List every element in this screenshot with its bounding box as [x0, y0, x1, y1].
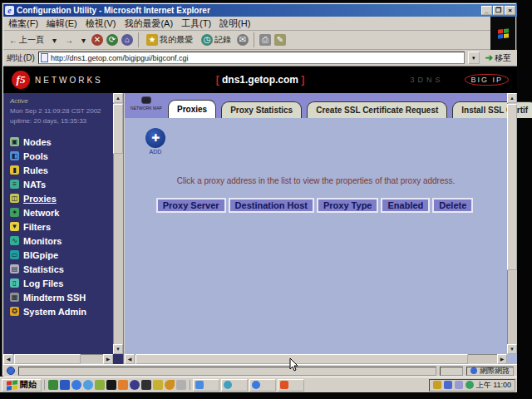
address-input[interactable]: http://dns1.getop.com/bigipgui/bigconf.c…	[38, 52, 465, 64]
system-admin-icon: ✪	[10, 307, 19, 316]
sidebar-item-pools[interactable]: ◧Pools	[10, 149, 113, 163]
sidebar-item-statistics[interactable]: ▤Statistics	[10, 262, 113, 276]
tray-icon[interactable]	[433, 381, 441, 389]
f5-logo-icon: f5	[12, 71, 30, 89]
scroll-right-icon[interactable]: ▶	[103, 354, 113, 364]
link-bigip[interactable]: BIG IP	[465, 74, 509, 86]
history-button[interactable]: ◷ 記錄	[199, 33, 234, 47]
home-icon[interactable]: ⌂	[121, 34, 133, 46]
frames: Active Mon Sep 2 11:09:28 CST 2002 uptim…	[3, 93, 517, 364]
quick-launch-icon[interactable]	[95, 380, 105, 390]
stop-icon[interactable]: ✕	[91, 34, 103, 46]
scroll-right-icon[interactable]: ▶	[497, 354, 507, 364]
tab-proxies[interactable]: Proxies	[168, 100, 216, 118]
menu-edit[interactable]: 編輯(E)	[47, 17, 77, 30]
tab-proxy-statistics[interactable]: Proxy Statistics	[221, 101, 302, 118]
sidebar-item-system-admin[interactable]: ✪System Admin	[10, 304, 113, 318]
refresh-icon[interactable]: ⟳	[106, 34, 118, 46]
browser-window: e Configuration Utility - Microsoft Inte…	[2, 2, 517, 377]
menu-help[interactable]: 說明(H)	[219, 17, 250, 30]
sidebar-item-nodes[interactable]: ▣Nodes	[10, 135, 113, 149]
scroll-left-icon[interactable]: ◀	[3, 354, 13, 364]
scroll-thumb[interactable]	[507, 104, 517, 270]
sidebar-item-monitors[interactable]: ∿Monitors	[10, 234, 113, 248]
back-dropdown[interactable]: ▾	[50, 35, 59, 46]
sidebar-item-bigpipe[interactable]: ▭BIGpipe	[10, 248, 113, 262]
forward-button[interactable]: →	[62, 35, 76, 46]
favorites-icon: ★	[146, 34, 158, 46]
title-bar[interactable]: e Configuration Utility - Microsoft Inte…	[3, 4, 517, 17]
scroll-up-icon[interactable]: ▲	[113, 93, 123, 103]
taskbar-window-button[interactable]	[193, 379, 219, 392]
tray-icon[interactable]	[455, 381, 463, 389]
sidebar-item-network[interactable]: ✦Network	[10, 205, 113, 219]
status-message-area	[18, 367, 436, 376]
tray-icon[interactable]	[444, 381, 452, 389]
column-delete[interactable]: Delete	[432, 198, 473, 213]
f5-brand: NETWORKS	[35, 76, 103, 85]
quick-launch-icon[interactable]	[176, 380, 186, 390]
quick-launch-icon[interactable]	[118, 380, 128, 390]
tab-create-ssl-certificate-request[interactable]: Create SSL Certificate Request	[307, 101, 447, 118]
main-horizontal-scrollbar[interactable]: ◀ ▶	[125, 354, 507, 364]
tray-icon[interactable]	[466, 381, 474, 389]
quick-launch-icon[interactable]	[130, 380, 140, 390]
column-enabled[interactable]: Enabled	[381, 198, 430, 213]
add-button[interactable]: ✚ ADD	[143, 128, 168, 155]
link-3dns[interactable]: 3DNS	[410, 76, 443, 84]
quick-launch-icon[interactable]	[83, 380, 93, 390]
status-segment	[440, 367, 463, 376]
quick-launch-icon[interactable]	[153, 380, 163, 390]
column-proxy-server[interactable]: Proxy Server	[156, 198, 226, 213]
quick-launch-icon[interactable]	[71, 380, 81, 390]
scroll-thumb[interactable]	[135, 354, 468, 364]
taskbar-window-button[interactable]	[249, 379, 276, 392]
menu-view[interactable]: 檢視(V)	[86, 17, 116, 30]
sidebar-horizontal-scrollbar[interactable]: ◀ ▶	[3, 354, 113, 364]
restore-button[interactable]: ❐	[493, 6, 504, 15]
go-button[interactable]: ➔ 移至	[483, 52, 514, 64]
sidebar-item-proxies[interactable]: ◫Proxies	[10, 191, 113, 205]
favorites-button[interactable]: ★ 我的最愛	[144, 33, 195, 47]
menu-tools[interactable]: 工具(T)	[181, 17, 211, 30]
close-button[interactable]: ×	[505, 6, 515, 15]
page-icon	[41, 53, 48, 62]
quick-launch-icon[interactable]	[141, 380, 151, 390]
forward-dropdown[interactable]: ▾	[79, 35, 88, 46]
taskbar-window-button[interactable]	[221, 379, 248, 392]
sidebar-item-rules[interactable]: ▮Rules	[10, 163, 113, 177]
sidebar-item-mindterm-ssh[interactable]: ▦Mindterm SSH	[10, 290, 113, 304]
column-destination-host[interactable]: Destination Host	[229, 198, 314, 213]
menu-favorites[interactable]: 我的最愛(A)	[124, 17, 173, 30]
quick-launch-icon[interactable]	[106, 380, 116, 390]
mail-icon[interactable]: ✉	[237, 34, 249, 46]
start-button[interactable]: 開始	[2, 379, 42, 392]
scroll-down-icon[interactable]: ▼	[507, 344, 517, 354]
tab-install-ssl-certificate[interactable]: Install SSL Certif	[452, 101, 532, 118]
clock: 上午 11:00	[476, 380, 511, 391]
scroll-thumb[interactable]	[113, 104, 123, 154]
sidebar-vertical-scrollbar[interactable]: ▲ ▼	[113, 93, 123, 354]
sidebar-item-label: NATs	[23, 180, 46, 190]
quick-launch-icon[interactable]	[60, 380, 70, 390]
quick-launch-icon[interactable]	[165, 380, 175, 390]
sidebar: Active Mon Sep 2 11:09:28 CST 2002 uptim…	[3, 93, 123, 364]
scroll-up-icon[interactable]: ▲	[507, 93, 517, 103]
minimize-button[interactable]: _	[481, 6, 492, 15]
menu-file[interactable]: 檔案(F)	[8, 17, 38, 30]
sidebar-item-nats[interactable]: ≡NATs	[10, 177, 113, 191]
sidebar-item-filters[interactable]: ▼Filters	[10, 219, 113, 234]
scroll-left-icon[interactable]: ◀	[125, 354, 135, 364]
sidebar-item-log-files[interactable]: ▯Log Files	[10, 276, 113, 290]
quick-launch-icon[interactable]	[48, 380, 58, 390]
scroll-down-icon[interactable]: ▼	[113, 344, 123, 354]
address-dropdown[interactable]: ▾	[468, 52, 480, 64]
network-map-button[interactable]: NETWORK MAP	[128, 95, 165, 116]
taskbar-window-button[interactable]	[278, 379, 304, 392]
edit-icon[interactable]: ✎	[274, 34, 286, 46]
print-icon[interactable]: ⎙	[259, 34, 271, 46]
main-vertical-scrollbar[interactable]: ▲ ▼	[507, 93, 517, 354]
back-button[interactable]: ← 上一頁	[7, 33, 47, 47]
scroll-thumb[interactable]	[14, 354, 81, 364]
column-proxy-type[interactable]: Proxy Type	[317, 198, 379, 213]
